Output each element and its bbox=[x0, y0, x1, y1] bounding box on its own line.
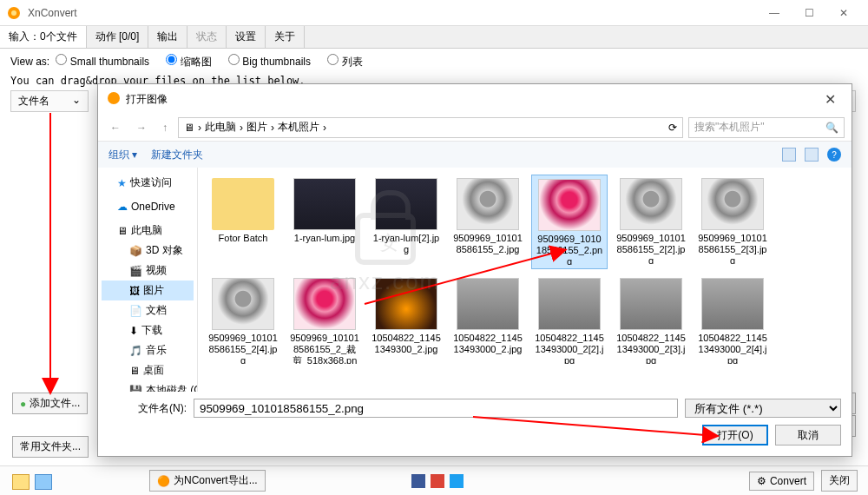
nav-up[interactable]: ↑ bbox=[157, 120, 173, 135]
file-item[interactable]: Fotor Batch bbox=[205, 175, 281, 269]
gplus-icon[interactable] bbox=[431, 474, 444, 488]
close-button[interactable]: ✕ bbox=[826, 0, 861, 26]
open-folder-icon[interactable] bbox=[35, 474, 52, 490]
dialog-toolbar: 组织 ▾ 新建文件夹 ? bbox=[98, 142, 852, 168]
refresh-icon[interactable]: ⟳ bbox=[668, 122, 677, 134]
tree-pictures[interactable]: 🖼图片 bbox=[102, 280, 194, 300]
image-thumbnail bbox=[701, 278, 764, 330]
open-button[interactable]: 打开(O) bbox=[702, 425, 768, 446]
file-name-label: 9509969_101018586155_2[2].jpg bbox=[616, 233, 686, 264]
image-thumbnail bbox=[293, 178, 356, 230]
radio-thumb-cn[interactable]: 缩略图 bbox=[166, 56, 211, 68]
tab-actions[interactable]: 动作 [0/0] bbox=[87, 26, 149, 48]
app-icon-small: 🟠 bbox=[157, 475, 170, 487]
file-item[interactable]: 9509969_101018586155_2[4].jpg bbox=[205, 274, 281, 367]
file-item[interactable]: 9509969_101018586155_2_裁剪_518x368.png bbox=[286, 274, 363, 367]
tree-disk-c[interactable]: 💾本地磁盘 (C:) bbox=[102, 380, 194, 392]
radio-small-thumb[interactable]: Small thumbnails bbox=[56, 56, 149, 68]
radio-big-thumb[interactable]: Big thumbnails bbox=[228, 56, 311, 68]
image-thumbnail bbox=[212, 278, 274, 330]
minimize-button[interactable]: — bbox=[757, 0, 792, 26]
file-item[interactable]: 10504822_114513493000_2.jpg bbox=[450, 274, 526, 367]
nav-forward[interactable]: → bbox=[131, 120, 152, 135]
tree-desktop[interactable]: 🖥桌面 bbox=[102, 360, 194, 380]
file-item[interactable]: 1-ryan-lum[2].jpg bbox=[368, 175, 444, 269]
app-title: XnConvert bbox=[28, 7, 757, 19]
image-thumbnail bbox=[457, 178, 519, 230]
file-item[interactable]: 9509969_101018586155_2.png bbox=[531, 175, 608, 269]
image-thumbnail bbox=[620, 278, 682, 330]
search-icon: 🔍 bbox=[825, 122, 838, 134]
file-item[interactable]: 10504822_114513493000_2[4].jpg bbox=[694, 274, 771, 367]
app-icon bbox=[7, 6, 21, 20]
image-thumbnail bbox=[538, 278, 601, 330]
file-name-label: 10504822_114513493000_2.jpg bbox=[453, 333, 523, 355]
tab-about[interactable]: 关于 bbox=[266, 26, 305, 48]
pc-icon: 🖥 bbox=[184, 122, 194, 134]
close-app-button[interactable]: 关闭 bbox=[821, 470, 858, 492]
tree-quick-access[interactable]: ★快速访问 bbox=[102, 173, 194, 193]
file-name-label: 9509969_101018586155_2.jpg bbox=[453, 233, 523, 255]
twitter-icon[interactable] bbox=[450, 474, 464, 488]
file-open-dialog: 打开图像 ✕ ← → ↑ 🖥 ›此电脑 ›图片 ›本机照片 › ⟳ 搜索"本机照… bbox=[97, 83, 852, 457]
nav-back[interactable]: ← bbox=[105, 120, 126, 135]
tree-3d-objects[interactable]: 📦3D 对象 bbox=[102, 241, 194, 261]
tree-this-pc[interactable]: 🖥此电脑 bbox=[102, 221, 194, 241]
maximize-button[interactable]: ☐ bbox=[792, 0, 826, 26]
tab-output[interactable]: 输出 bbox=[148, 26, 187, 48]
svg-point-3 bbox=[108, 92, 120, 104]
file-filter[interactable]: 所有文件 (*.*) bbox=[685, 399, 841, 418]
nav-tree: ★快速访问 ☁OneDrive 🖥此电脑 📦3D 对象 🎬视频 🖼图片 📄文档 … bbox=[98, 168, 198, 392]
tab-settings[interactable]: 设置 bbox=[227, 26, 266, 48]
file-item[interactable]: 10504822_114513493000_2[2].jpg bbox=[531, 274, 608, 367]
cancel-button[interactable]: 取消 bbox=[775, 425, 841, 446]
breadcrumb[interactable]: 🖥 ›此电脑 ›图片 ›本机照片 › ⟳ bbox=[178, 117, 683, 138]
image-thumbnail bbox=[293, 278, 356, 330]
file-item[interactable]: 10504822_11451349300_2.jpg bbox=[368, 274, 444, 367]
file-item[interactable]: 9509969_101018586155_2[2].jpg bbox=[613, 175, 689, 269]
file-name-label: 10504822_11451349300_2.jpg bbox=[372, 333, 441, 355]
view-mode-icon[interactable] bbox=[782, 148, 796, 162]
dialog-close-button[interactable]: ✕ bbox=[818, 91, 843, 108]
add-file-button[interactable]: ● 添加文件... bbox=[12, 393, 88, 414]
search-input[interactable]: 搜索"本机照片" 🔍 bbox=[688, 117, 845, 138]
tree-downloads[interactable]: ⬇下载 bbox=[102, 320, 194, 340]
tree-onedrive[interactable]: ☁OneDrive bbox=[102, 198, 194, 215]
preview-pane-icon[interactable] bbox=[805, 148, 819, 162]
file-name-label: 9509969_101018586155_2.png bbox=[536, 234, 603, 265]
tab-status[interactable]: 状态 bbox=[187, 26, 227, 48]
filename-label: 文件名(N): bbox=[108, 401, 187, 416]
image-thumbnail bbox=[701, 178, 764, 230]
file-name-label: 10504822_114513493000_2[3].jpg bbox=[616, 333, 686, 364]
file-item[interactable]: 1-ryan-lum.jpg bbox=[286, 175, 363, 269]
dialog-nav: ← → ↑ 🖥 ›此电脑 ›图片 ›本机照片 › ⟳ 搜索"本机照片" 🔍 bbox=[98, 114, 852, 142]
tab-input[interactable]: 输入：0个文件 bbox=[0, 26, 87, 48]
file-name-label: Fotor Batch bbox=[219, 233, 268, 244]
tree-music[interactable]: 🎵音乐 bbox=[102, 340, 194, 360]
image-thumbnail bbox=[538, 179, 601, 231]
folder-icon[interactable] bbox=[12, 474, 30, 490]
file-item[interactable]: 9509969_101018586155_2.jpg bbox=[450, 175, 526, 269]
file-item[interactable]: 10504822_114513493000_2[3].jpg bbox=[613, 274, 689, 367]
gear-icon: ⚙ bbox=[757, 475, 766, 487]
filename-input[interactable] bbox=[194, 399, 678, 418]
taskbar-export[interactable]: 🟠 为NConvert导出... bbox=[149, 470, 266, 492]
help-icon[interactable]: ? bbox=[827, 148, 841, 162]
radio-list[interactable]: 列表 bbox=[327, 56, 362, 68]
file-item[interactable]: 9509969_101018586155_2[3].jpg bbox=[694, 175, 771, 269]
tree-videos[interactable]: 🎬视频 bbox=[102, 261, 194, 280]
col-filename[interactable]: 文件名⌄ bbox=[10, 90, 89, 112]
dialog-title: 打开图像 bbox=[126, 92, 168, 107]
tree-documents[interactable]: 📄文档 bbox=[102, 300, 194, 320]
image-thumbnail bbox=[457, 278, 519, 330]
common-folder-button[interactable]: 常用文件夹... bbox=[12, 436, 89, 458]
dialog-icon bbox=[107, 91, 121, 108]
titlebar: XnConvert — ☐ ✕ bbox=[0, 0, 868, 26]
annotation-arrow-1 bbox=[33, 113, 68, 399]
organize-menu[interactable]: 组织 ▾ bbox=[108, 148, 137, 162]
facebook-icon[interactable] bbox=[411, 474, 425, 488]
file-name-label: 10504822_114513493000_2[2].jpg bbox=[535, 333, 604, 364]
new-folder-button[interactable]: 新建文件夹 bbox=[151, 148, 203, 162]
dialog-footer: 文件名(N): 所有文件 (*.*) 打开(O) 取消 bbox=[98, 392, 852, 456]
convert-button[interactable]: ⚙ Convert bbox=[749, 472, 814, 491]
